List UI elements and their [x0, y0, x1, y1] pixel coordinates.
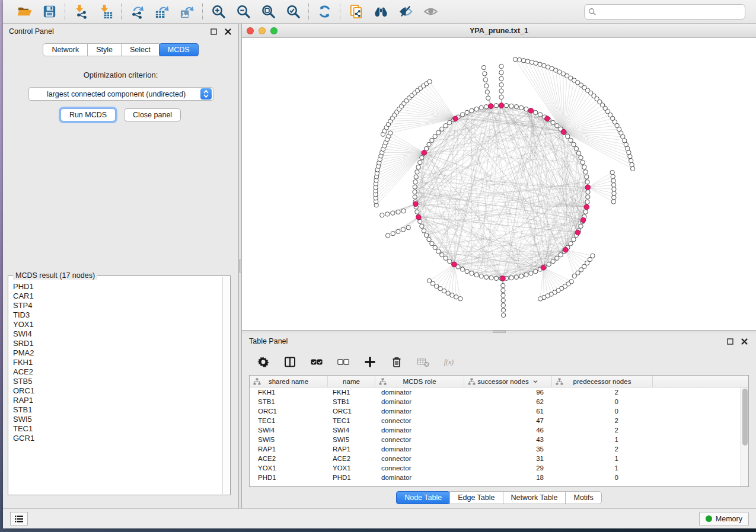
cell-MCDS-role[interactable]: connector: [375, 455, 464, 462]
network-node[interactable]: [427, 142, 431, 146]
mcds-hub-node[interactable]: [528, 108, 534, 114]
mcds-result-item[interactable]: STB5: [9, 377, 222, 386]
cell-shared-name[interactable]: STB1: [250, 398, 328, 405]
cell-predecessor-nodes[interactable]: 1: [552, 455, 653, 462]
cell-successor-nodes[interactable]: 35: [464, 446, 552, 453]
cell-MCDS-role[interactable]: connector: [375, 464, 464, 472]
cell-successor-nodes[interactable]: 31: [464, 455, 552, 462]
network-node[interactable]: [501, 293, 505, 297]
network-node[interactable]: [485, 90, 489, 94]
cell-name[interactable]: STB1: [328, 398, 375, 405]
cell-successor-nodes[interactable]: 62: [464, 398, 552, 405]
network-node[interactable]: [420, 224, 424, 228]
cell-MCDS-role[interactable]: dominator: [375, 427, 464, 434]
zoom-in-icon[interactable]: [208, 3, 228, 21]
cell-predecessor-nodes[interactable]: 2: [552, 389, 653, 396]
task-history-button[interactable]: [10, 512, 28, 525]
network-node[interactable]: [401, 209, 406, 213]
network-node[interactable]: [509, 104, 513, 108]
network-node[interactable]: [519, 274, 524, 278]
tab-mcds[interactable]: MCDS: [159, 43, 199, 56]
network-node[interactable]: [385, 212, 390, 216]
network-node[interactable]: [396, 210, 400, 214]
column-header-shared-name[interactable]: shared name: [250, 376, 328, 387]
network-view[interactable]: [242, 38, 756, 330]
network-node[interactable]: [494, 104, 498, 108]
cell-name[interactable]: YOX1: [328, 464, 375, 472]
import-network-icon[interactable]: [71, 3, 91, 21]
network-node[interactable]: [436, 130, 441, 134]
cell-MCDS-role[interactable]: dominator: [375, 389, 464, 396]
mcds-hub-node[interactable]: [585, 185, 591, 190]
horizontal-splitter[interactable]: [242, 331, 756, 334]
network-node[interactable]: [481, 65, 486, 69]
cell-shared-name[interactable]: TEC1: [250, 417, 328, 424]
network-node[interactable]: [501, 308, 505, 312]
network-node[interactable]: [569, 242, 573, 246]
mcds-result-item[interactable]: STP4: [9, 301, 222, 310]
table-row[interactable]: SWI5SWI5connector431: [250, 435, 741, 444]
network-node[interactable]: [448, 259, 452, 263]
network-node[interactable]: [460, 267, 464, 271]
cell-name[interactable]: PHD1: [328, 474, 375, 481]
network-node[interactable]: [579, 156, 583, 160]
network-node[interactable]: [630, 166, 634, 171]
mcds-hub-node[interactable]: [500, 276, 506, 281]
network-node[interactable]: [501, 283, 505, 287]
mcds-result-item[interactable]: SWI4: [9, 329, 222, 339]
export-table-icon[interactable]: [152, 3, 172, 21]
network-node[interactable]: [580, 160, 585, 164]
network-node[interactable]: [401, 227, 405, 232]
network-node[interactable]: [494, 276, 498, 280]
select-all-icon[interactable]: [308, 354, 325, 370]
cell-MCDS-role[interactable]: connector: [375, 436, 464, 443]
cell-shared-name[interactable]: ORC1: [250, 408, 328, 415]
network-node[interactable]: [391, 211, 395, 215]
mcds-result-item[interactable]: SWI5: [9, 415, 222, 424]
network-node[interactable]: [499, 89, 503, 93]
network-node[interactable]: [418, 160, 422, 164]
network-node[interactable]: [444, 256, 448, 260]
network-node[interactable]: [385, 233, 390, 238]
float-panel-icon[interactable]: [209, 27, 218, 36]
network-node[interactable]: [555, 256, 559, 260]
mcds-hub-node[interactable]: [575, 230, 580, 235]
network-node[interactable]: [484, 275, 488, 279]
cell-predecessor-nodes[interactable]: 2: [552, 427, 653, 434]
tab-style[interactable]: Style: [87, 43, 122, 56]
network-node[interactable]: [611, 183, 615, 187]
network-node[interactable]: [484, 84, 489, 88]
close-panel-icon[interactable]: [739, 336, 749, 346]
mcds-result-item[interactable]: FKH1: [9, 358, 222, 367]
network-node[interactable]: [460, 113, 464, 117]
mcds-result-item[interactable]: STB1: [9, 405, 222, 415]
cell-successor-nodes[interactable]: 47: [464, 417, 552, 424]
cell-successor-nodes[interactable]: 29: [464, 464, 552, 472]
cell-name[interactable]: FKH1: [328, 389, 375, 396]
network-node[interactable]: [509, 275, 513, 280]
network-node[interactable]: [551, 120, 555, 124]
zoom-fit-icon[interactable]: [258, 3, 278, 21]
cell-name[interactable]: SWI5: [328, 436, 375, 443]
export-network-icon[interactable]: [127, 3, 147, 21]
mcds-hub-node[interactable]: [422, 150, 427, 155]
tab-network-table[interactable]: Network Table: [503, 491, 566, 504]
network-node[interactable]: [612, 191, 616, 196]
network-node[interactable]: [465, 269, 469, 273]
network-node[interactable]: [525, 59, 529, 63]
mcds-result-item[interactable]: ACE2: [9, 367, 222, 377]
network-node[interactable]: [574, 146, 578, 150]
toggle-columns-icon[interactable]: [282, 354, 298, 370]
mcds-hub-node[interactable]: [452, 262, 457, 267]
minimize-window-icon[interactable]: [259, 27, 266, 34]
zoom-selected-icon[interactable]: [283, 3, 303, 21]
table-row[interactable]: STB1STB1dominator620: [250, 397, 741, 406]
cell-name[interactable]: SWI4: [328, 427, 375, 434]
network-node[interactable]: [566, 134, 570, 139]
cell-predecessor-nodes[interactable]: 1: [552, 436, 653, 443]
network-node[interactable]: [420, 156, 424, 160]
network-node[interactable]: [521, 59, 525, 63]
export-image-icon[interactable]: [177, 3, 197, 21]
mcds-hub-node[interactable]: [488, 104, 493, 109]
network-node[interactable]: [470, 271, 474, 275]
